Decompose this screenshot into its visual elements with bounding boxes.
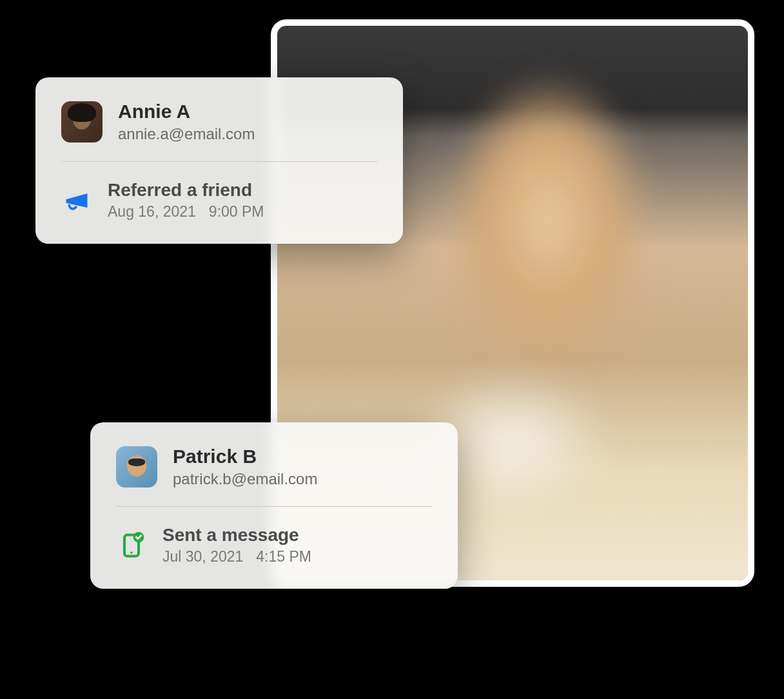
activity-date: Jul 30, 2021 [162,548,243,566]
activity-info: Sent a message Jul 30, 2021 4:15 PM [162,525,311,566]
user-email: annie.a@email.com [118,125,255,143]
phone-check-icon [116,530,147,561]
avatar [116,446,157,487]
user-name: Annie A [118,101,255,123]
user-info: Annie A annie.a@email.com [118,101,255,143]
activity-row: Sent a message Jul 30, 2021 4:15 PM [116,525,432,566]
activity-meta: Aug 16, 2021 9:00 PM [108,203,264,221]
activity-row: Referred a friend Aug 16, 2021 9:00 PM [61,180,377,221]
svg-point-1 [130,551,133,554]
activity-time: 9:00 PM [209,203,264,221]
activity-title: Sent a message [162,525,311,546]
divider [61,161,377,162]
divider [116,506,432,507]
card-header: Annie A annie.a@email.com [61,101,377,161]
avatar [61,101,103,143]
activity-info: Referred a friend Aug 16, 2021 9:00 PM [108,180,264,221]
activity-time: 4:15 PM [256,548,311,566]
card-header: Patrick B patrick.b@email.com [116,446,432,506]
activity-title: Referred a friend [108,180,264,201]
user-email: patrick.b@email.com [173,470,317,488]
user-info: Patrick B patrick.b@email.com [173,446,317,488]
user-name: Patrick B [173,446,317,468]
activity-card: Patrick B patrick.b@email.com Sent a mes… [90,422,458,589]
megaphone-icon [61,185,92,216]
activity-meta: Jul 30, 2021 4:15 PM [162,548,311,566]
activity-date: Aug 16, 2021 [108,203,196,221]
activity-card: Annie A annie.a@email.com Referred a fri… [35,77,403,244]
